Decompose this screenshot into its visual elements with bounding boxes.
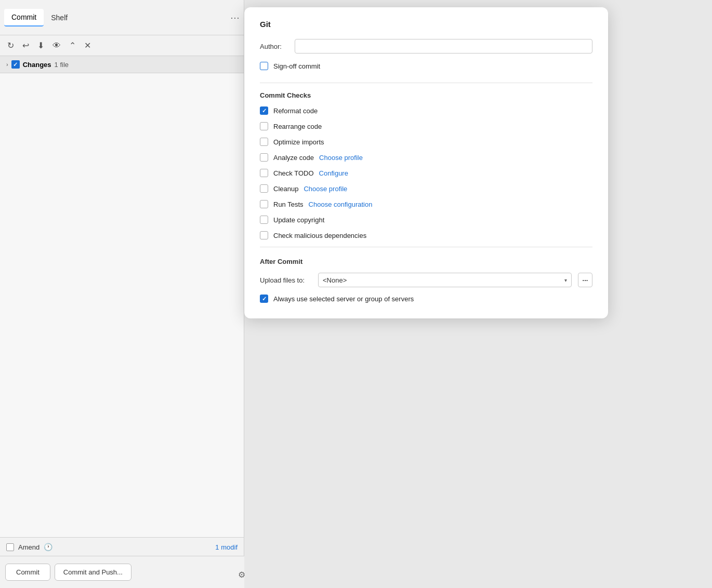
author-row: Author:	[260, 39, 592, 54]
close-icon[interactable]: ✕	[83, 39, 92, 51]
changes-row: › Changes 1 file	[0, 56, 244, 73]
reformat-code-checkbox[interactable]	[260, 106, 268, 115]
divider	[260, 83, 592, 83]
upload-select[interactable]: <None> ▾	[318, 273, 572, 287]
analyze-code-label: Analyze code	[273, 154, 314, 162]
content-area	[0, 73, 244, 537]
changes-count: 1 file	[55, 61, 69, 69]
always-use-label: Always use selected server or group of s…	[273, 295, 414, 303]
upload-select-chevron-icon: ▾	[564, 277, 567, 283]
move-icon[interactable]: ⌃	[68, 39, 77, 51]
check-update-copyright: Update copyright	[260, 216, 592, 224]
divider-2	[260, 247, 592, 247]
tab-shelf[interactable]: Shelf	[44, 9, 75, 26]
rearrange-code-label: Rearrange code	[273, 123, 322, 130]
upload-select-value: <None>	[323, 276, 347, 284]
tab-bar: Commit Shelf ⋯	[0, 0, 244, 35]
check-todo-configure-link[interactable]: Configure	[319, 169, 348, 177]
always-use-checkbox[interactable]	[260, 295, 268, 303]
always-use-row: Always use selected server or group of s…	[260, 295, 592, 303]
check-todo-checkbox[interactable]	[260, 169, 268, 177]
run-tests-label: Run Tests	[273, 201, 304, 208]
changes-checkbox[interactable]	[11, 60, 20, 69]
left-panel: Commit Shelf ⋯ ↻ ↩ ⬇ 👁 ⌃ ✕ › Changes 1 f…	[0, 0, 244, 588]
tab-more-button[interactable]: ⋯	[230, 12, 240, 23]
download-icon[interactable]: ⬇	[36, 39, 45, 51]
settings-gear-icon[interactable]: ⚙	[238, 570, 245, 580]
upload-row: Upload files to: <None> ▾ ···	[260, 273, 592, 287]
check-todo-label: Check TODO	[273, 169, 314, 177]
malicious-deps-checkbox[interactable]	[260, 231, 268, 239]
run-tests-checkbox[interactable]	[260, 200, 268, 208]
commit-buttons: Commit Commit and Push...	[0, 556, 244, 588]
tab-commit[interactable]: Commit	[4, 9, 44, 26]
modified-link[interactable]: 1 modif	[215, 543, 238, 551]
check-reformat-code: Reformat code	[260, 106, 592, 115]
upload-more-button[interactable]: ···	[578, 273, 592, 287]
check-rearrange-code: Rearrange code	[260, 122, 592, 130]
update-copyright-checkbox[interactable]	[260, 216, 268, 224]
undo-icon[interactable]: ↩	[21, 39, 30, 51]
update-copyright-label: Update copyright	[273, 216, 324, 224]
optimize-imports-checkbox[interactable]	[260, 138, 268, 146]
check-malicious-deps: Check malicious dependencies	[260, 231, 592, 239]
check-analyze-code: Analyze code Choose profile	[260, 153, 592, 162]
optimize-imports-label: Optimize imports	[273, 138, 324, 146]
check-cleanup: Cleanup Choose profile	[260, 184, 592, 193]
rearrange-code-checkbox[interactable]	[260, 122, 268, 130]
changes-label: Changes	[23, 61, 51, 69]
cleanup-label: Cleanup	[273, 185, 298, 193]
amend-row: Amend 🕐 1 modif	[6, 543, 238, 551]
signoff-checkbox[interactable]	[260, 62, 268, 70]
reformat-code-label: Reformat code	[273, 107, 318, 115]
run-tests-choose-config-link[interactable]: Choose configuration	[309, 201, 373, 208]
git-settings-panel: Git Author: Sign-off commit Commit Check…	[244, 7, 608, 318]
amend-label: Amend	[18, 543, 39, 551]
toolbar: ↻ ↩ ⬇ 👁 ⌃ ✕	[0, 35, 244, 56]
cleanup-choose-profile-link[interactable]: Choose profile	[304, 185, 347, 193]
malicious-deps-label: Check malicious dependencies	[273, 232, 366, 239]
author-label: Author:	[260, 43, 288, 50]
analyze-code-checkbox[interactable]	[260, 153, 268, 162]
after-commit-section: After Commit Upload files to: <None> ▾ ·…	[260, 258, 592, 303]
refresh-icon[interactable]: ↻	[6, 39, 15, 51]
eye-icon[interactable]: 👁	[51, 40, 62, 51]
amend-checkbox[interactable]	[6, 543, 14, 551]
cleanup-checkbox[interactable]	[260, 184, 268, 193]
author-input[interactable]	[295, 39, 592, 54]
clock-icon[interactable]: 🕐	[44, 543, 52, 551]
commit-checks-label: Commit Checks	[260, 91, 592, 99]
signoff-label: Sign-off commit	[273, 62, 320, 70]
commit-button[interactable]: Commit	[5, 564, 50, 581]
check-todo: Check TODO Configure	[260, 169, 592, 177]
after-commit-label: After Commit	[260, 258, 592, 265]
panel-title: Git	[260, 20, 592, 29]
check-run-tests: Run Tests Choose configuration	[260, 200, 592, 208]
upload-label: Upload files to:	[260, 276, 312, 284]
check-optimize-imports: Optimize imports	[260, 138, 592, 146]
signoff-row: Sign-off commit	[260, 62, 592, 70]
changes-expand-arrow[interactable]: ›	[6, 61, 8, 68]
commit-and-push-button[interactable]: Commit and Push...	[55, 564, 131, 581]
analyze-code-choose-profile-link[interactable]: Choose profile	[319, 154, 363, 162]
